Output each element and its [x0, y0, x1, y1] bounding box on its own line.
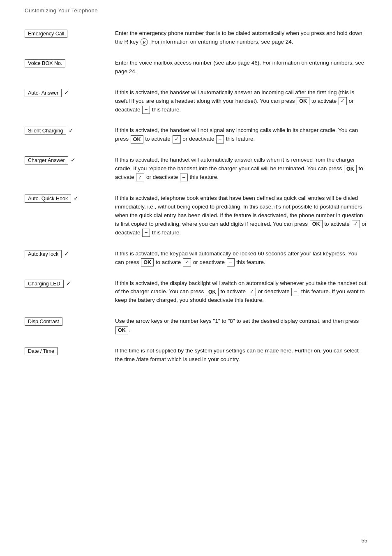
label-box-disp-contrast: Disp.Contrast [25, 317, 62, 326]
dash-badge: – [227, 258, 235, 266]
page-header: Customizing Your Telephone [0, 0, 392, 18]
label-col-date-time: Date / Time [25, 347, 115, 355]
dash-badge: – [216, 135, 224, 144]
check-badge: ✓ [136, 174, 144, 182]
check-badge: ✓ [183, 258, 191, 266]
label-box-voice-box-no: Voice BOX No. [25, 59, 65, 67]
label-box-charger-answer: Charger Answer [25, 156, 68, 164]
entry-row-silent-charging: Silent Charging✓If this is activated, th… [25, 123, 367, 144]
ok-badge: OK [206, 288, 219, 296]
ok-badge: OK [344, 165, 357, 173]
label-box-silent-charging: Silent Charging [25, 127, 66, 135]
main-content: Emergency CallEnter the emergency phone … [0, 18, 392, 398]
label-col-auto-quick-hook: Auto. Quick Hook✓ [25, 194, 115, 203]
ok-badge: OK [115, 326, 128, 334]
label-box-auto-key-lock: Auto.key lock [25, 250, 62, 258]
dash-badge: – [180, 174, 188, 182]
checkmark-charger-answer: ✓ [71, 157, 76, 163]
page-number: 55 [362, 537, 367, 544]
checkmark-silent-charging: ✓ [69, 127, 74, 134]
desc-col-auto-quick-hook: If this is activated, telephone book ent… [115, 194, 367, 237]
ok-badge: OK [297, 97, 309, 105]
dash-badge: – [142, 106, 150, 114]
entry-row-auto-answer: Auto- Answer✓If this is activated, the h… [25, 85, 367, 114]
check-badge: ✓ [173, 135, 181, 144]
label-box-auto-answer: Auto- Answer [25, 89, 62, 97]
label-col-voice-box-no: Voice BOX No. [25, 59, 115, 67]
desc-col-emergency-call: Enter the emergency phone number that is… [115, 29, 367, 46]
entry-row-charger-answer: Charger Answer✓If this is activated, the… [25, 153, 367, 182]
desc-col-date-time: If the time is not supplied by the syste… [115, 347, 367, 364]
ok-badge: OK [131, 135, 143, 144]
entry-row-date-time: Date / TimeIf the time is not supplied b… [25, 343, 367, 364]
ok-badge: OK [141, 258, 154, 266]
r-key-icon: R [141, 38, 148, 46]
check-badge: ✓ [352, 220, 360, 228]
desc-col-disp-contrast: Use the arrow keys or the number keys "1… [115, 317, 367, 334]
desc-col-silent-charging: If this is activated, the handset will n… [115, 126, 367, 144]
label-col-auto-key-lock: Auto.key lock✓ [25, 250, 115, 258]
label-col-charging-led: Charging LED✓ [25, 279, 115, 288]
checkmark-auto-key-lock: ✓ [64, 250, 69, 257]
ok-badge: OK [310, 220, 323, 228]
entry-row-emergency-call: Emergency CallEnter the emergency phone … [25, 26, 367, 46]
dash-badge: – [142, 229, 150, 237]
label-col-emergency-call: Emergency Call [25, 29, 115, 38]
desc-col-auto-answer: If this is activated, the handset will a… [115, 88, 367, 114]
entry-row-charging-led: Charging LED✓If this is activated, the d… [25, 276, 367, 305]
label-col-disp-contrast: Disp.Contrast [25, 317, 115, 326]
dash-badge: – [291, 288, 299, 296]
checkmark-charging-led: ✓ [66, 280, 71, 287]
checkmark-auto-quick-hook: ✓ [74, 195, 78, 202]
label-col-auto-answer: Auto- Answer✓ [25, 88, 115, 97]
label-box-date-time: Date / Time [25, 347, 58, 355]
desc-col-auto-key-lock: If this is activated, the keypad will au… [115, 250, 367, 267]
entry-row-auto-quick-hook: Auto. Quick Hook✓If this is activated, t… [25, 191, 367, 237]
check-badge: ✓ [248, 288, 256, 296]
entry-row-disp-contrast: Disp.ContrastUse the arrow keys or the n… [25, 314, 367, 334]
entry-row-voice-box-no: Voice BOX No.Enter the voice mailbox acc… [25, 56, 367, 76]
page-title: Customizing Your Telephone [25, 7, 98, 14]
entry-row-auto-key-lock: Auto.key lock✓If this is activated, the … [25, 246, 367, 267]
label-col-charger-answer: Charger Answer✓ [25, 156, 115, 164]
check-badge: ✓ [339, 97, 347, 105]
label-col-silent-charging: Silent Charging✓ [25, 126, 115, 135]
checkmark-auto-answer: ✓ [64, 89, 69, 96]
desc-col-voice-box-no: Enter the voice mailbox access number (s… [115, 59, 367, 76]
label-box-auto-quick-hook: Auto. Quick Hook [25, 195, 71, 203]
label-box-charging-led: Charging LED [25, 280, 64, 288]
label-box-emergency-call: Emergency Call [25, 30, 67, 38]
desc-col-charging-led: If this is activated, the display backli… [115, 279, 367, 305]
desc-col-charger-answer: If this is activated, the handset will a… [115, 156, 367, 182]
